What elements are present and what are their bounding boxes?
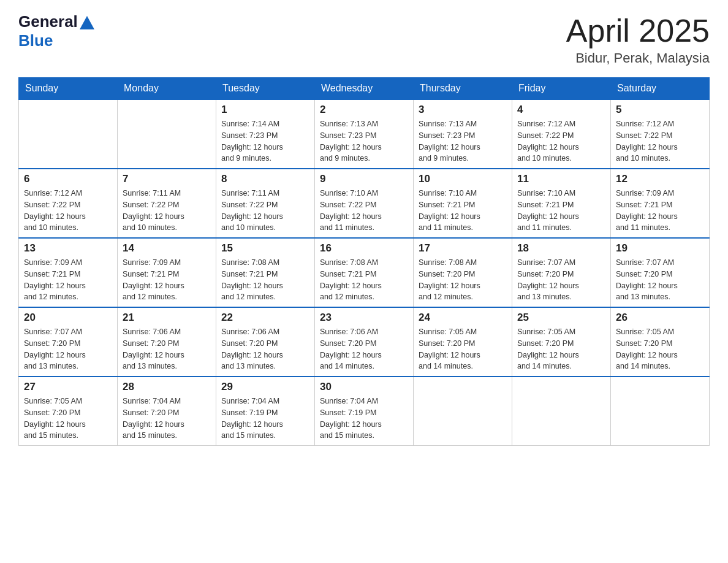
calendar-cell (118, 99, 216, 169)
day-info: Sunrise: 7:13 AMSunset: 7:23 PMDaylight:… (419, 118, 507, 164)
calendar-header-wednesday: Wednesday (315, 78, 414, 100)
day-info: Sunrise: 7:10 AMSunset: 7:21 PMDaylight:… (419, 188, 507, 234)
day-number: 24 (419, 312, 507, 324)
calendar-cell (414, 377, 512, 446)
day-info: Sunrise: 7:08 AMSunset: 7:21 PMDaylight:… (221, 257, 309, 303)
calendar-cell: 15Sunrise: 7:08 AMSunset: 7:21 PMDayligh… (216, 238, 315, 307)
calendar-cell: 24Sunrise: 7:05 AMSunset: 7:20 PMDayligh… (414, 307, 512, 377)
location-title: Bidur, Perak, Malaysia (566, 50, 710, 66)
calendar-cell: 25Sunrise: 7:05 AMSunset: 7:20 PMDayligh… (512, 307, 611, 377)
logo-blue-text: Blue (18, 31, 53, 50)
calendar-cell: 21Sunrise: 7:06 AMSunset: 7:20 PMDayligh… (118, 307, 216, 377)
calendar-cell: 3Sunrise: 7:13 AMSunset: 7:23 PMDaylight… (414, 99, 512, 169)
calendar-cell: 11Sunrise: 7:10 AMSunset: 7:21 PMDayligh… (512, 169, 611, 238)
day-number: 29 (221, 381, 309, 393)
page-header: General Blue April 2025 Bidur, Perak, Ma… (18, 12, 710, 66)
day-info: Sunrise: 7:05 AMSunset: 7:20 PMDaylight:… (517, 326, 605, 372)
calendar-header-thursday: Thursday (414, 78, 512, 100)
calendar-header-friday: Friday (512, 78, 611, 100)
calendar-week-row-1: 1Sunrise: 7:14 AMSunset: 7:23 PMDaylight… (19, 99, 710, 169)
day-number: 15 (221, 242, 309, 255)
day-info: Sunrise: 7:04 AMSunset: 7:20 PMDaylight:… (123, 396, 211, 442)
day-info: Sunrise: 7:05 AMSunset: 7:20 PMDaylight:… (24, 396, 112, 442)
day-number: 6 (24, 173, 112, 185)
day-info: Sunrise: 7:08 AMSunset: 7:20 PMDaylight:… (419, 257, 507, 303)
day-info: Sunrise: 7:12 AMSunset: 7:22 PMDaylight:… (517, 118, 605, 164)
calendar-cell: 5Sunrise: 7:12 AMSunset: 7:22 PMDaylight… (611, 99, 710, 169)
calendar-cell: 1Sunrise: 7:14 AMSunset: 7:23 PMDaylight… (216, 99, 315, 169)
calendar-cell: 7Sunrise: 7:11 AMSunset: 7:22 PMDaylight… (118, 169, 216, 238)
day-info: Sunrise: 7:04 AMSunset: 7:19 PMDaylight:… (320, 396, 408, 442)
day-info: Sunrise: 7:08 AMSunset: 7:21 PMDaylight:… (320, 257, 408, 303)
day-number: 30 (320, 381, 408, 393)
day-info: Sunrise: 7:12 AMSunset: 7:22 PMDaylight:… (616, 118, 704, 164)
day-number: 17 (419, 242, 507, 255)
day-number: 7 (123, 173, 211, 185)
calendar-cell: 23Sunrise: 7:06 AMSunset: 7:20 PMDayligh… (315, 307, 414, 377)
calendar-cell: 26Sunrise: 7:05 AMSunset: 7:20 PMDayligh… (611, 307, 710, 377)
calendar-cell: 6Sunrise: 7:12 AMSunset: 7:22 PMDaylight… (19, 169, 118, 238)
calendar-cell: 27Sunrise: 7:05 AMSunset: 7:20 PMDayligh… (19, 377, 118, 446)
day-number: 11 (517, 173, 605, 185)
day-info: Sunrise: 7:09 AMSunset: 7:21 PMDaylight:… (24, 257, 112, 303)
title-section: April 2025 Bidur, Perak, Malaysia (566, 12, 710, 66)
calendar-header-row: SundayMondayTuesdayWednesdayThursdayFrid… (19, 78, 710, 100)
day-info: Sunrise: 7:11 AMSunset: 7:22 PMDaylight:… (221, 188, 309, 234)
day-info: Sunrise: 7:12 AMSunset: 7:22 PMDaylight:… (24, 188, 112, 234)
calendar-cell: 4Sunrise: 7:12 AMSunset: 7:22 PMDaylight… (512, 99, 611, 169)
calendar-week-row-3: 13Sunrise: 7:09 AMSunset: 7:21 PMDayligh… (19, 238, 710, 307)
day-number: 16 (320, 242, 408, 255)
day-info: Sunrise: 7:06 AMSunset: 7:20 PMDaylight:… (320, 326, 408, 372)
calendar-cell: 20Sunrise: 7:07 AMSunset: 7:20 PMDayligh… (19, 307, 118, 377)
day-info: Sunrise: 7:09 AMSunset: 7:21 PMDaylight:… (123, 257, 211, 303)
day-info: Sunrise: 7:07 AMSunset: 7:20 PMDaylight:… (616, 257, 704, 303)
day-number: 1 (221, 104, 309, 116)
day-info: Sunrise: 7:10 AMSunset: 7:21 PMDaylight:… (517, 188, 605, 234)
calendar-cell (512, 377, 611, 446)
calendar-table: SundayMondayTuesdayWednesdayThursdayFrid… (18, 77, 710, 446)
calendar-week-row-5: 27Sunrise: 7:05 AMSunset: 7:20 PMDayligh… (19, 377, 710, 446)
calendar-header-monday: Monday (118, 78, 216, 100)
day-number: 26 (616, 312, 704, 324)
calendar-cell (19, 99, 118, 169)
calendar-week-row-2: 6Sunrise: 7:12 AMSunset: 7:22 PMDaylight… (19, 169, 710, 238)
calendar-cell: 28Sunrise: 7:04 AMSunset: 7:20 PMDayligh… (118, 377, 216, 446)
calendar-cell: 2Sunrise: 7:13 AMSunset: 7:23 PMDaylight… (315, 99, 414, 169)
day-info: Sunrise: 7:07 AMSunset: 7:20 PMDaylight:… (24, 326, 112, 372)
day-number: 3 (419, 104, 507, 116)
calendar-cell: 8Sunrise: 7:11 AMSunset: 7:22 PMDaylight… (216, 169, 315, 238)
day-number: 14 (123, 242, 211, 255)
calendar-cell: 30Sunrise: 7:04 AMSunset: 7:19 PMDayligh… (315, 377, 414, 446)
day-number: 27 (24, 381, 112, 393)
day-number: 25 (517, 312, 605, 324)
day-info: Sunrise: 7:04 AMSunset: 7:19 PMDaylight:… (221, 396, 309, 442)
day-number: 28 (123, 381, 211, 393)
calendar-cell: 17Sunrise: 7:08 AMSunset: 7:20 PMDayligh… (414, 238, 512, 307)
calendar-header-saturday: Saturday (611, 78, 710, 100)
day-number: 19 (616, 242, 704, 255)
calendar-header-tuesday: Tuesday (216, 78, 315, 100)
calendar-cell: 22Sunrise: 7:06 AMSunset: 7:20 PMDayligh… (216, 307, 315, 377)
month-title: April 2025 (566, 12, 710, 49)
day-number: 10 (419, 173, 507, 185)
day-info: Sunrise: 7:06 AMSunset: 7:20 PMDaylight:… (221, 326, 309, 372)
day-number: 13 (24, 242, 112, 255)
calendar-week-row-4: 20Sunrise: 7:07 AMSunset: 7:20 PMDayligh… (19, 307, 710, 377)
calendar-cell: 10Sunrise: 7:10 AMSunset: 7:21 PMDayligh… (414, 169, 512, 238)
day-number: 9 (320, 173, 408, 185)
day-info: Sunrise: 7:14 AMSunset: 7:23 PMDaylight:… (221, 118, 309, 164)
calendar-cell: 19Sunrise: 7:07 AMSunset: 7:20 PMDayligh… (611, 238, 710, 307)
day-info: Sunrise: 7:05 AMSunset: 7:20 PMDaylight:… (616, 326, 704, 372)
calendar-cell: 12Sunrise: 7:09 AMSunset: 7:21 PMDayligh… (611, 169, 710, 238)
calendar-cell: 13Sunrise: 7:09 AMSunset: 7:21 PMDayligh… (19, 238, 118, 307)
day-number: 20 (24, 312, 112, 324)
calendar-cell: 16Sunrise: 7:08 AMSunset: 7:21 PMDayligh… (315, 238, 414, 307)
calendar-cell: 29Sunrise: 7:04 AMSunset: 7:19 PMDayligh… (216, 377, 315, 446)
day-info: Sunrise: 7:06 AMSunset: 7:20 PMDaylight:… (123, 326, 211, 372)
logo-triangle-icon (80, 16, 94, 29)
day-info: Sunrise: 7:10 AMSunset: 7:22 PMDaylight:… (320, 188, 408, 234)
calendar-cell: 14Sunrise: 7:09 AMSunset: 7:21 PMDayligh… (118, 238, 216, 307)
day-info: Sunrise: 7:05 AMSunset: 7:20 PMDaylight:… (419, 326, 507, 372)
day-info: Sunrise: 7:07 AMSunset: 7:20 PMDaylight:… (517, 257, 605, 303)
day-number: 4 (517, 104, 605, 116)
